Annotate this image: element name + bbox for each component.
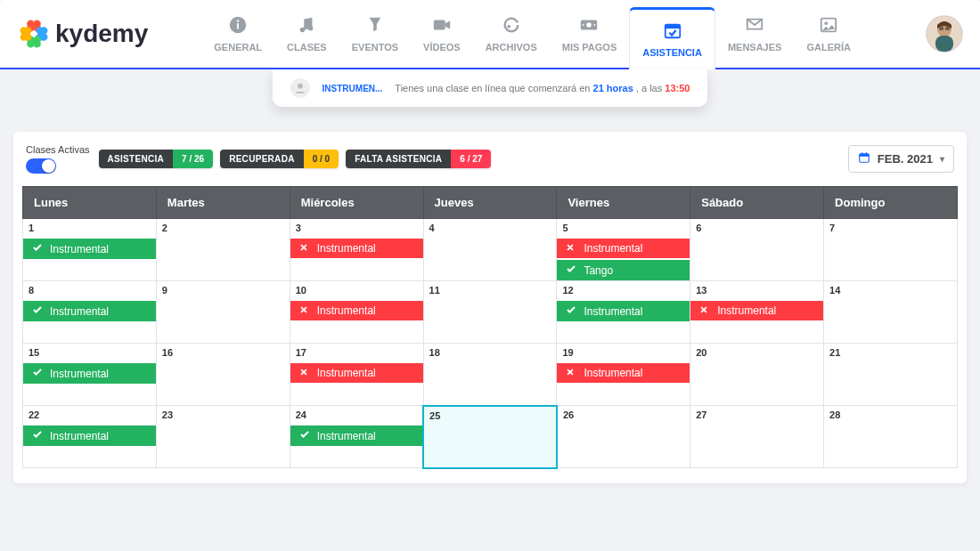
nav-item-mis pagos[interactable]: MIS PAGOS xyxy=(550,0,630,68)
check-icon xyxy=(32,304,41,318)
active-classes-toggle[interactable] xyxy=(26,158,56,174)
nav-item-eventos[interactable]: EVENTOS xyxy=(339,0,411,68)
calendar-event[interactable]: Instrumental xyxy=(23,425,156,446)
x-icon xyxy=(699,304,708,317)
calendar-event[interactable]: Instrumental xyxy=(557,239,690,258)
calendar-day[interactable]: 2 xyxy=(156,219,290,281)
attendance-card: Clases Activas ASISTENCIA 7 / 26 RECUPER… xyxy=(13,132,967,483)
calendar-day[interactable]: 5InstrumentalTango xyxy=(557,219,690,281)
chevron-down-icon: ▾ xyxy=(940,154,944,164)
nav-item-clases[interactable]: CLASES xyxy=(274,0,339,68)
calendar-event[interactable]: Instrumental xyxy=(23,239,156,259)
pill-absence: FALTA ASISTENCIA 6 / 27 xyxy=(346,150,491,168)
attendance-calendar: LunesMartesMiércolesJuevesViernesSábadoD… xyxy=(22,186,958,469)
day-number: 26 xyxy=(558,406,690,424)
calendar-day[interactable]: 4 xyxy=(423,219,557,281)
calendar-day[interactable]: 7 xyxy=(824,219,958,281)
event-name: Instrumental xyxy=(317,242,376,255)
day-number: 11 xyxy=(424,281,557,299)
calendar-day[interactable]: 19Instrumental xyxy=(557,344,690,406)
event-name: Instrumental xyxy=(317,304,376,317)
calendar-event[interactable]: Instrumental xyxy=(290,239,423,258)
calendar-day[interactable]: 26 xyxy=(557,406,690,468)
nav-item-general[interactable]: GENERAL xyxy=(201,0,274,68)
brand-logo[interactable]: kydemy xyxy=(18,18,148,50)
svg-point-9 xyxy=(583,24,584,26)
nav-icon xyxy=(819,15,838,36)
upcoming-class-alert[interactable]: INSTRUMEN... Tienes una clase en línea q… xyxy=(273,69,708,107)
day-number: 21 xyxy=(824,344,957,361)
calendar-week: 15Instrumental1617Instrumental1819Instru… xyxy=(23,344,958,406)
calendar-day[interactable]: 9 xyxy=(156,281,290,344)
pill-recovered-value: 0 / 0 xyxy=(304,150,339,168)
check-icon xyxy=(32,429,41,442)
nav-icon xyxy=(579,15,599,36)
avatar[interactable] xyxy=(927,16,962,52)
calendar-day[interactable]: 10Instrumental xyxy=(290,281,423,344)
day-number: 3 xyxy=(290,219,423,237)
nav-label: VÍDEOS xyxy=(423,42,461,53)
calendar-day[interactable]: 17Instrumental xyxy=(290,344,423,406)
x-icon xyxy=(566,367,575,379)
nav-item-mensajes[interactable]: MENSAJES xyxy=(715,0,795,68)
day-number: 8 xyxy=(23,281,156,299)
brand-name: kydemy xyxy=(55,20,148,48)
nav-item-galería[interactable]: GALERÍA xyxy=(794,0,863,68)
calendar-day[interactable]: 15Instrumental xyxy=(23,344,157,406)
calendar-day[interactable]: 22Instrumental xyxy=(23,406,157,468)
calendar-event[interactable]: Instrumental xyxy=(290,425,422,446)
calendar-day[interactable]: 20 xyxy=(690,344,824,406)
svg-point-14 xyxy=(825,21,829,25)
calendar-event[interactable]: Instrumental xyxy=(557,301,690,321)
calendar-day[interactable]: 16 xyxy=(156,344,290,406)
calendar-day[interactable]: 25 xyxy=(423,406,557,468)
day-number: 13 xyxy=(690,281,823,299)
day-number: 7 xyxy=(824,219,957,237)
calendar-day[interactable]: 21 xyxy=(824,344,958,406)
day-number: 17 xyxy=(290,344,423,361)
calendar-day[interactable]: 1Instrumental xyxy=(23,219,157,281)
event-name: Instrumental xyxy=(50,368,109,380)
calendar-event[interactable]: Instrumental xyxy=(23,363,156,384)
calendar-header-cell: Domingo xyxy=(824,187,958,219)
calendar-event[interactable]: Instrumental xyxy=(290,363,423,383)
calendar-day[interactable]: 6 xyxy=(690,219,824,281)
nav-item-archivos[interactable]: ARCHIVOS xyxy=(473,0,550,68)
nav-label: CLASES xyxy=(287,42,327,53)
nav-item-vídeos[interactable]: VÍDEOS xyxy=(411,0,473,68)
calendar-day[interactable]: 11 xyxy=(423,281,557,344)
nav-label: MENSAJES xyxy=(728,42,782,53)
nav-label: GALERÍA xyxy=(806,42,851,53)
calendar-day[interactable]: 3Instrumental xyxy=(290,219,423,281)
brand-logo-icon xyxy=(18,18,50,50)
nav-label: EVENTOS xyxy=(352,42,398,53)
nav-label: GENERAL xyxy=(214,42,262,53)
calendar-event[interactable]: Tango xyxy=(557,260,690,280)
month-picker[interactable]: FEB. 2021 ▾ xyxy=(848,145,954,173)
calendar-event[interactable]: Instrumental xyxy=(290,301,423,320)
event-name: Instrumental xyxy=(584,367,642,379)
stats-pills: ASISTENCIA 7 / 26 RECUPERADA 0 / 0 FALTA… xyxy=(99,150,492,168)
svg-rect-1 xyxy=(237,23,239,28)
calendar-day[interactable]: 13Instrumental xyxy=(690,281,824,344)
calendar-day[interactable]: 18 xyxy=(423,344,557,406)
calendar-day[interactable]: 14 xyxy=(824,281,958,344)
calendar-day[interactable]: 28 xyxy=(824,406,958,468)
calendar-day[interactable]: 24Instrumental xyxy=(290,406,423,468)
alert-class-link[interactable]: INSTRUMEN... xyxy=(323,84,383,93)
calendar-event[interactable]: Instrumental xyxy=(557,363,690,383)
calendar-day[interactable]: 12Instrumental xyxy=(557,281,690,344)
nav-label: ASISTENCIA xyxy=(642,47,702,58)
svg-point-4 xyxy=(308,26,314,30)
calendar-day[interactable]: 23 xyxy=(156,406,290,468)
calendar-day[interactable]: 27 xyxy=(690,406,824,468)
svg-point-3 xyxy=(300,28,306,33)
svg-point-10 xyxy=(594,24,596,26)
calendar-event[interactable]: Instrumental xyxy=(23,301,156,321)
nav-item-asistencia[interactable]: ASISTENCIA xyxy=(629,7,715,69)
check-icon xyxy=(566,263,575,277)
calendar-event[interactable]: Instrumental xyxy=(690,301,823,320)
nav-label: ARCHIVOS xyxy=(486,42,537,53)
svg-point-2 xyxy=(237,20,240,22)
calendar-day[interactable]: 8Instrumental xyxy=(23,281,157,344)
